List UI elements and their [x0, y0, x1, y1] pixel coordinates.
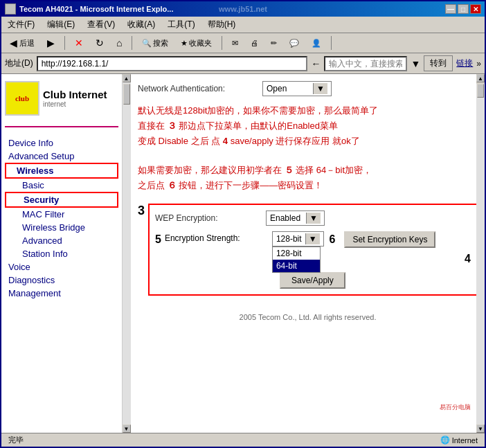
sidebar-item-basic[interactable]: Basic	[5, 179, 118, 192]
menu-file[interactable]: 文件(F)	[5, 18, 37, 31]
scroll-track	[123, 82, 131, 424]
logo-title: Club Internet	[43, 89, 107, 100]
annotation-block-2: 如果需要加密，那么建议用初学者在 ５ 选择 64－bit加密， 之后点 ６ 按钮…	[138, 163, 478, 193]
set-encryption-keys-button[interactable]: Set Encryption Keys	[344, 231, 435, 248]
anno-num-4-inline: 4	[223, 136, 228, 146]
menu-view[interactable]: 查看(V)	[84, 18, 118, 31]
refresh-icon: ↻	[96, 37, 104, 48]
sidebar-item-wireless[interactable]: Wireless	[5, 163, 118, 179]
wep-selected: Enabled	[270, 213, 300, 223]
search-box[interactable]	[324, 56, 407, 71]
stop-button[interactable]: ✕	[70, 35, 88, 51]
red-bordered-section: WEP Encryption: Enabled ▼ 5	[148, 204, 478, 296]
search-arrow-icon: ▼	[411, 58, 420, 69]
links-label: 链接	[456, 57, 473, 69]
enc-strength-dropdown-container[interactable]: 128-bit ▼ 128-bit 64-bit	[272, 231, 324, 247]
goto-button[interactable]: 转到	[424, 55, 453, 71]
address-expand-icon: »	[476, 59, 481, 69]
toolbar-separator-1	[64, 36, 65, 50]
anno-num-6-inline: ６	[168, 180, 177, 190]
save-apply-button[interactable]: Save/Apply	[280, 272, 345, 289]
home-button[interactable]: ⌂	[111, 35, 127, 51]
favorites-button[interactable]: ★ 收藏夹	[176, 36, 217, 51]
discuss-icon: 💬	[289, 39, 299, 48]
content-scroll-track	[476, 84, 485, 426]
discuss-button[interactable]: 💬	[285, 37, 304, 50]
toolbar-separator-3	[222, 36, 222, 50]
sidebar-item-mac-filter[interactable]: MAC Filter	[5, 208, 118, 221]
enc-strength-row: 5 Encryption Strength: 128-bit ▼ 128-bit	[155, 231, 471, 248]
sidebar-item-station-info[interactable]: Station Info	[5, 247, 118, 260]
wep-dropdown[interactable]: Enabled ▼	[266, 210, 325, 226]
scroll-down-btn[interactable]: ▼	[123, 424, 131, 433]
sidebar-item-diagnostics[interactable]: Diagnostics	[5, 274, 118, 287]
scroll-up-btn[interactable]: ▲	[123, 74, 131, 82]
print-button[interactable]: 🖨	[246, 37, 263, 49]
content-scroll-down[interactable]: ▼	[476, 424, 485, 433]
menu-edit[interactable]: 编辑(E)	[44, 18, 78, 31]
watermark-text: 易百分电脑	[440, 403, 471, 412]
wep-row: WEP Encryption: Enabled ▼	[155, 210, 471, 226]
annotation-text-1: 默认无线是128bit加密的，如果你不需要加密，那么最简单了 直接在 ３ 那边点…	[138, 103, 478, 149]
sidebar-item-advanced-setup[interactable]: Advanced Setup	[5, 150, 118, 163]
menu-favorites[interactable]: 收藏(A)	[125, 18, 158, 31]
network-auth-value[interactable]: Open ▼	[262, 81, 332, 96]
refresh-button[interactable]: ↻	[91, 35, 109, 51]
scroll-thumb[interactable]	[123, 84, 130, 105]
sidebar-item-advanced[interactable]: Advanced	[5, 234, 118, 247]
content-scroll-up[interactable]: ▲	[476, 74, 485, 82]
toolbar: ◀ 后退 ▶ ✕ ↻ ⌂ 🔍 搜索 ★ 收藏夹 ✉ 🖨	[1, 33, 485, 53]
app-icon	[5, 3, 16, 15]
minimize-btn[interactable]: —	[445, 4, 456, 14]
back-label: 后退	[19, 38, 35, 48]
sidebar-spacer	[5, 131, 118, 136]
edit-icon: ✏	[271, 39, 277, 48]
content-scroll-thumb[interactable]	[477, 84, 484, 98]
wep-value-display[interactable]: Enabled ▼	[266, 210, 325, 226]
back-button[interactable]: ◀ 后退	[5, 35, 39, 51]
status-bar: 完毕 🌐 Internet	[1, 433, 485, 447]
enc-strength-arrow: ▼	[305, 233, 320, 244]
sidebar-item-wireless-bridge[interactable]: Wireless Bridge	[5, 221, 118, 234]
enc-key-area: 6 Set Encryption Keys	[330, 231, 436, 248]
sidebar-scrollbar[interactable]: ▲ ▼	[123, 74, 131, 433]
sidebar-item-device-info[interactable]: Device Info	[5, 136, 118, 150]
mail-icon: ✉	[232, 39, 238, 48]
content-scrollbar[interactable]: ▲ ▼	[476, 74, 485, 433]
annotation-text-2: 如果需要加密，那么建议用初学者在 ５ 选择 64－bit加密， 之后点 ６ 按钮…	[138, 163, 478, 193]
close-btn[interactable]: ✕	[470, 4, 481, 14]
enc-strength-value[interactable]: 128-bit ▼	[272, 231, 324, 247]
enc-option-128bit[interactable]: 128-bit	[273, 247, 320, 260]
messenger-button[interactable]: 👤	[307, 37, 326, 50]
sidebar-item-management[interactable]: Management	[5, 287, 118, 300]
menu-tools[interactable]: 工具(T)	[165, 18, 197, 31]
title-bar: Tecom AH4021 - Microsoft Internet Explo.…	[1, 1, 485, 17]
toolbar-separator-2	[132, 36, 132, 50]
forward-button[interactable]: ▶	[42, 35, 60, 51]
enc-strength-dropdown-popup[interactable]: 128-bit 64-bit	[272, 247, 321, 273]
enc-strength-label: Encryption Strength:	[165, 231, 272, 243]
messenger-icon: 👤	[312, 39, 321, 48]
sidebar-item-security[interactable]: Security	[5, 192, 118, 208]
anno-num-5-inline: ５	[285, 165, 294, 175]
address-bar: 地址(D) ← ▼ 转到 链接 »	[1, 53, 485, 74]
menu-help[interactable]: 帮助(H)	[205, 18, 239, 31]
stop-icon: ✕	[75, 37, 83, 48]
search-button[interactable]: 🔍 搜索	[137, 36, 173, 51]
maximize-btn[interactable]: □	[458, 4, 469, 14]
anno-text-line3: 变成 Disable 之后 点 4 save/apply 进行保存应用 就ok了	[138, 136, 360, 146]
mail-button[interactable]: ✉	[227, 37, 243, 50]
annotation-block-1: 1 默认无线是128bit加密的，如果你不需要加密，那么最简单了 直接在 ３ 那…	[138, 103, 478, 149]
address-input[interactable]	[37, 56, 308, 71]
wep-label: WEP Encryption:	[155, 213, 266, 223]
edit-button[interactable]: ✏	[266, 37, 282, 50]
anno-text-line2a: 直接在 ３ 那边点下拉菜单，由默认的Enabled菜单	[138, 120, 338, 131]
enc-option-64bit[interactable]: 64-bit	[273, 260, 320, 272]
sidebar-item-voice[interactable]: Voice	[5, 260, 118, 274]
browser-window: Tecom AH4021 - Microsoft Internet Explo.…	[0, 0, 486, 448]
title-bar-left: Tecom AH4021 - Microsoft Internet Explo.…	[5, 3, 174, 15]
anno-text-line1: 默认无线是128bit加密的，如果你不需要加密，那么最简单了	[138, 105, 378, 116]
forward-arrow-icon: ▶	[47, 37, 55, 48]
search-label: 搜索	[153, 38, 168, 48]
network-auth-dropdown[interactable]: Open ▼	[262, 81, 332, 96]
